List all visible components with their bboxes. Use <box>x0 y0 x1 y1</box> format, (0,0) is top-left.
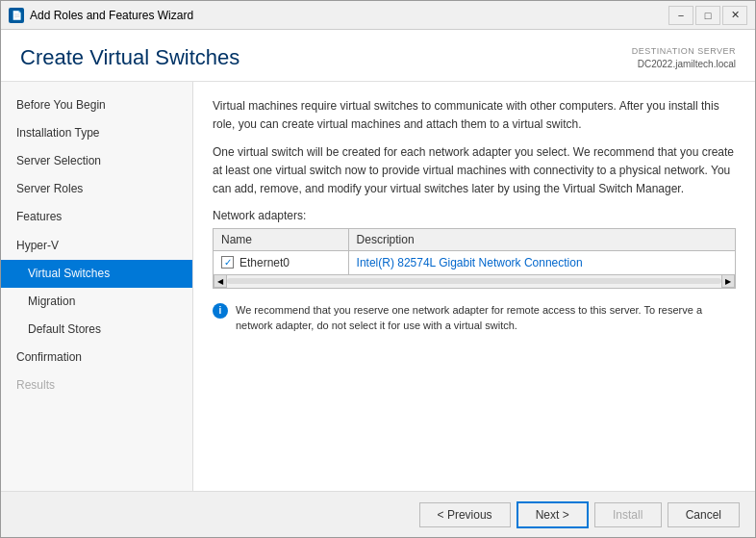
main-panel: Virtual machines require virtual switche… <box>193 82 755 491</box>
cancel-button[interactable]: Cancel <box>668 502 740 527</box>
sidebar-item-installation-type[interactable]: Installation Type <box>1 119 192 147</box>
sidebar-item-virtual-switches[interactable]: Virtual Switches <box>1 260 192 288</box>
horizontal-scrollbar[interactable]: ◀ ▶ <box>213 275 736 289</box>
window-controls: − □ ✕ <box>668 6 747 25</box>
wizard-body: Before You BeginInstallation TypeServer … <box>1 82 755 491</box>
adapter-name: Ethernet0 <box>239 256 290 269</box>
restore-button[interactable]: □ <box>695 6 720 25</box>
previous-button[interactable]: < Previous <box>419 502 511 527</box>
adapter-description: Intel(R) 82574L Gigabit Network Connecti… <box>348 250 735 274</box>
table-row: ✓Ethernet0Intel(R) 82574L Gigabit Networ… <box>214 250 736 274</box>
wizard-header: Create Virtual Switches DESTINATION SERV… <box>1 30 755 82</box>
title-bar-left: 📄 Add Roles and Features Wizard <box>9 8 193 23</box>
window-title: Add Roles and Features Wizard <box>30 9 193 22</box>
sidebar-item-hyper-v[interactable]: Hyper-V <box>1 232 192 260</box>
col-description-header: Description <box>348 228 735 250</box>
scroll-left-arrow[interactable]: ◀ <box>214 274 227 288</box>
sidebar-item-features[interactable]: Features <box>1 203 192 231</box>
sidebar-item-server-selection[interactable]: Server Selection <box>1 147 192 175</box>
minimize-button[interactable]: − <box>668 6 693 25</box>
scroll-right-arrow[interactable]: ▶ <box>721 274 735 288</box>
sidebar-item-before-you-begin[interactable]: Before You Begin <box>1 91 192 119</box>
sidebar-item-migration[interactable]: Migration <box>1 288 192 316</box>
title-bar: 📄 Add Roles and Features Wizard − □ ✕ <box>1 1 755 30</box>
wizard-window: 📄 Add Roles and Features Wizard − □ ✕ Cr… <box>0 0 756 538</box>
destination-label: DESTINATION SERVER <box>632 45 736 58</box>
info-text: We recommend that you reserve one networ… <box>236 302 736 334</box>
destination-value: DC2022.jamiltech.local <box>632 58 736 71</box>
adapter-checkbox-0[interactable]: ✓ <box>221 256 234 269</box>
page-title: Create Virtual Switches <box>20 45 239 70</box>
adapters-table: Name Description ✓Ethernet0Intel(R) 8257… <box>213 228 736 275</box>
close-button[interactable]: ✕ <box>722 6 747 25</box>
sidebar-item-default-stores[interactable]: Default Stores <box>1 316 192 344</box>
info-icon: i <box>213 303 228 319</box>
sidebar: Before You BeginInstallation TypeServer … <box>1 82 193 491</box>
wizard-footer: < Previous Next > Install Cancel <box>1 491 755 537</box>
scrollbar-track <box>227 278 721 284</box>
destination-server-info: DESTINATION SERVER DC2022.jamiltech.loca… <box>632 45 736 71</box>
info-box: i We recommend that you reserve one netw… <box>213 300 736 336</box>
col-name-header: Name <box>214 228 349 250</box>
install-button[interactable]: Install <box>594 502 662 527</box>
next-button[interactable]: Next > <box>517 501 589 528</box>
description-text-2: One virtual switch will be created for e… <box>213 143 736 199</box>
network-adapters-label: Network adapters: <box>213 209 736 222</box>
sidebar-item-server-roles[interactable]: Server Roles <box>1 175 192 203</box>
sidebar-item-results: Results <box>1 371 192 399</box>
app-icon: 📄 <box>9 8 24 23</box>
description-text-1: Virtual machines require virtual switche… <box>213 97 736 134</box>
sidebar-item-confirmation[interactable]: Confirmation <box>1 344 192 371</box>
